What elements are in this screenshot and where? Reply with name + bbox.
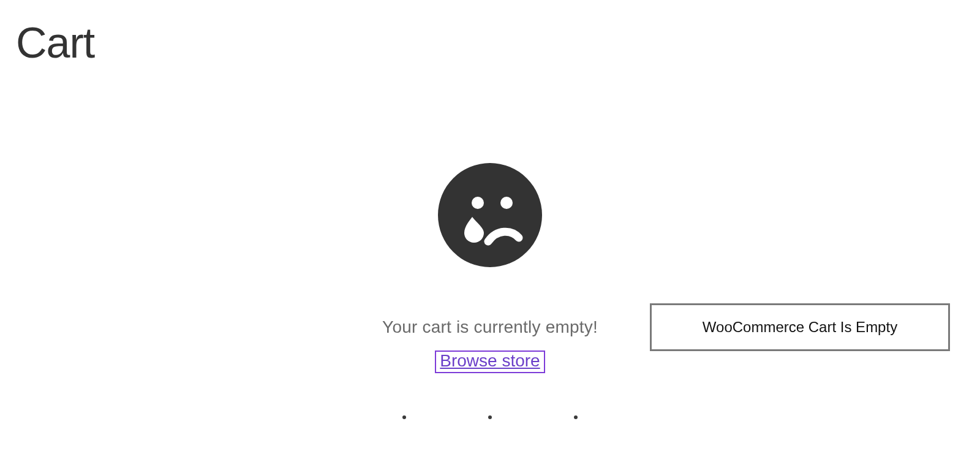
svg-point-1 [472,197,484,209]
divider-dots [0,415,980,419]
svg-point-0 [438,163,542,267]
page-title: Cart [16,18,94,67]
svg-point-2 [500,197,513,209]
annotation-callout: WooCommerce Cart Is Empty [650,303,950,351]
browse-store-link[interactable]: Browse store [440,351,540,370]
dot-icon [574,415,578,419]
browse-store-link-container[interactable]: Browse store [435,351,545,373]
dot-icon [402,415,406,419]
sad-face-icon [438,163,542,267]
annotation-label: WooCommerce Cart Is Empty [703,319,897,336]
dot-icon [488,415,492,419]
empty-cart-message: Your cart is currently empty! [382,317,598,337]
